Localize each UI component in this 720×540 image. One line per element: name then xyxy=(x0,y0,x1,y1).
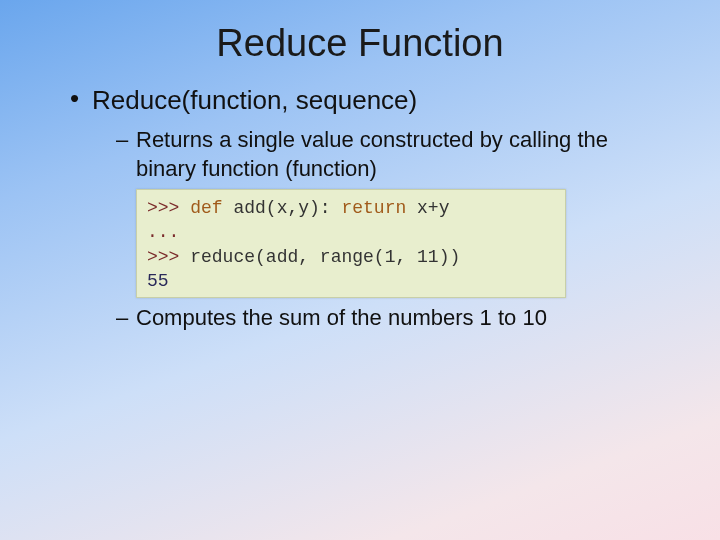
bullet-level2-summary: Computes the sum of the numbers 1 to 10 xyxy=(116,304,670,333)
code-line-1: >>> def add(x,y): return x+y xyxy=(147,196,555,220)
prompt-text: >>> xyxy=(147,247,190,267)
bullet-level1: Reduce(function, sequence) xyxy=(70,85,670,116)
code-example: >>> def add(x,y): return x+y ... >>> red… xyxy=(136,189,566,298)
keyword-def: def xyxy=(190,198,222,218)
code-call: reduce(add, range(1, 11)) xyxy=(190,247,460,267)
code-line-2: ... xyxy=(147,220,555,244)
bullet-level2-desc: Returns a single value constructed by ca… xyxy=(116,126,670,183)
keyword-return: return xyxy=(341,198,406,218)
slide-title: Reduce Function xyxy=(0,0,720,65)
continuation-text: ... xyxy=(147,222,179,242)
slide-content: Reduce(function, sequence) Returns a sin… xyxy=(0,65,720,333)
code-text: add(x,y): xyxy=(223,198,342,218)
code-result: 55 xyxy=(147,271,169,291)
sub-bullets: Returns a single value constructed by ca… xyxy=(70,126,670,333)
prompt-text: >>> xyxy=(147,198,190,218)
code-text: x+y xyxy=(406,198,449,218)
slide: Reduce Function Reduce(function, sequenc… xyxy=(0,0,720,540)
code-line-3: >>> reduce(add, range(1, 11)) xyxy=(147,245,555,269)
code-line-4: 55 xyxy=(147,269,555,293)
